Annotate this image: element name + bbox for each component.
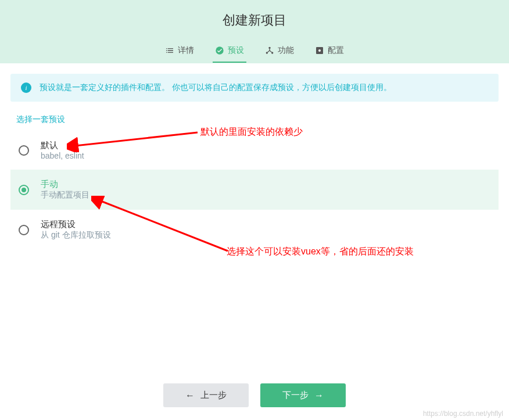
svg-point-3	[271, 52, 273, 53]
svg-point-2	[266, 52, 268, 53]
list-icon	[165, 46, 174, 55]
arrow-left-icon: ←	[185, 390, 195, 401]
section-label: 选择一套预设	[16, 114, 493, 125]
preset-item-remote[interactable]: 远程预设 从 git 仓库拉取预设	[10, 210, 499, 250]
info-text: 预设就是一套定义好的插件和配置。 你也可以将自己的配置保存成预设，方便以后创建项…	[40, 82, 392, 93]
svg-point-5	[318, 49, 321, 52]
page-title: 创建新项目	[0, 12, 509, 40]
tabs-bar: 详情 预设 功能 配置	[0, 40, 509, 63]
preset-subtitle: babel, eslint	[41, 151, 84, 160]
hub-icon	[265, 46, 274, 55]
preset-texts: 默认 babel, eslint	[41, 140, 84, 160]
svg-point-1	[268, 47, 270, 49]
tab-config[interactable]: 配置	[313, 40, 346, 63]
preset-title: 远程预设	[41, 219, 111, 230]
info-banner: i 预设就是一套定义好的插件和配置。 你也可以将自己的配置保存成预设，方便以后创…	[10, 74, 499, 102]
tab-label: 预设	[228, 45, 244, 56]
arrow-right-icon: →	[314, 390, 324, 401]
svg-point-0	[216, 46, 223, 54]
radio-icon	[19, 145, 29, 156]
radio-icon	[19, 225, 29, 235]
preset-title: 默认	[41, 140, 84, 151]
footer-buttons: ← 上一步 下一步 →	[0, 383, 509, 407]
preset-list: 默认 babel, eslint 手动 手动配置项目 远程预设 从 git 仓库…	[10, 131, 499, 250]
watermark: https://blog.csdn.net/yhflyl	[423, 410, 503, 418]
prev-button-label: 上一步	[200, 390, 227, 401]
settings-box-icon	[315, 46, 324, 55]
next-button-label: 下一步	[282, 390, 309, 401]
preset-title: 手动	[41, 179, 89, 190]
radio-icon	[19, 185, 29, 195]
tab-label: 功能	[278, 45, 294, 56]
preset-item-manual[interactable]: 手动 手动配置项目	[10, 170, 499, 210]
tab-label: 详情	[178, 45, 194, 56]
preset-texts: 手动 手动配置项目	[41, 179, 89, 200]
info-icon: i	[21, 82, 31, 93]
preset-subtitle: 从 git 仓库拉取预设	[41, 230, 111, 240]
preset-item-default[interactable]: 默认 babel, eslint	[10, 131, 499, 170]
preset-subtitle: 手动配置项目	[41, 190, 89, 200]
prev-button[interactable]: ← 上一步	[163, 383, 249, 407]
tab-presets[interactable]: 预设	[213, 40, 246, 63]
tab-label: 配置	[328, 45, 344, 56]
header: 创建新项目 详情 预设 功能 配置	[0, 0, 509, 63]
tab-features[interactable]: 功能	[263, 40, 296, 63]
preset-texts: 远程预设 从 git 仓库拉取预设	[41, 219, 111, 240]
tab-details[interactable]: 详情	[163, 40, 196, 63]
next-button[interactable]: 下一步 →	[260, 383, 346, 407]
check-circle-icon	[215, 46, 224, 55]
